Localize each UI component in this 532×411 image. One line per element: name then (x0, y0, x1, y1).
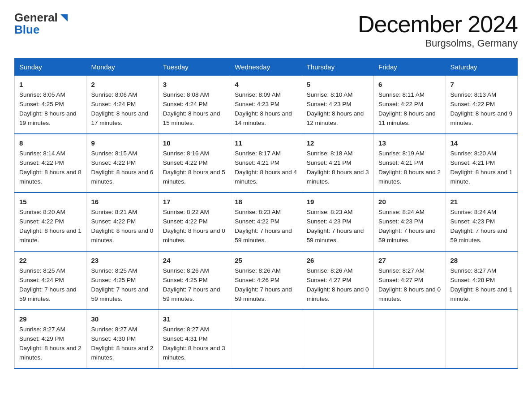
sunset-label: Sunset: 4:21 PM (450, 159, 495, 166)
daylight-label: Daylight: 8 hours and 3 minutes. (307, 169, 369, 185)
calendar-cell: 23Sunrise: 8:25 AMSunset: 4:25 PMDayligh… (86, 251, 158, 310)
sunrise-label: Sunrise: 8:13 AM (450, 91, 497, 98)
logo-triangle-icon (58, 12, 70, 24)
calendar-cell: 24Sunrise: 8:26 AMSunset: 4:25 PMDayligh… (158, 251, 230, 310)
sunrise-label: Sunrise: 8:24 AM (450, 209, 497, 215)
daylight-label: Daylight: 8 hours and 2 minutes. (91, 345, 153, 361)
calendar-cell (446, 310, 517, 368)
day-number: 21 (450, 197, 513, 207)
sunrise-label: Sunrise: 8:17 AM (235, 150, 281, 157)
logo: General Blue (14, 11, 70, 37)
day-number: 9 (91, 138, 153, 148)
calendar-cell: 20Sunrise: 8:24 AMSunset: 4:23 PMDayligh… (374, 193, 446, 251)
daylight-label: Daylight: 8 hours and 1 minute. (450, 286, 513, 302)
calendar-week-row: 8Sunrise: 8:14 AMSunset: 4:22 PMDaylight… (15, 134, 518, 193)
calendar-cell: 9Sunrise: 8:15 AMSunset: 4:22 PMDaylight… (86, 134, 158, 193)
sunset-label: Sunset: 4:22 PM (19, 218, 64, 225)
sunset-label: Sunset: 4:25 PM (163, 277, 208, 283)
calendar-cell: 21Sunrise: 8:24 AMSunset: 4:23 PMDayligh… (446, 193, 517, 251)
sunrise-label: Sunrise: 8:27 AM (163, 326, 209, 333)
col-wednesday: Wednesday (230, 59, 302, 76)
calendar-cell: 13Sunrise: 8:19 AMSunset: 4:21 PMDayligh… (374, 134, 446, 193)
sunrise-label: Sunrise: 8:20 AM (19, 209, 65, 215)
day-number: 12 (307, 138, 369, 148)
calendar-cell: 19Sunrise: 8:23 AMSunset: 4:23 PMDayligh… (302, 193, 373, 251)
calendar-cell: 11Sunrise: 8:17 AMSunset: 4:21 PMDayligh… (230, 134, 302, 193)
day-number: 18 (235, 197, 297, 207)
daylight-label: Daylight: 7 hours and 59 minutes. (378, 227, 436, 244)
daylight-label: Daylight: 8 hours and 6 minutes. (91, 169, 153, 185)
calendar-cell: 1Sunrise: 8:05 AMSunset: 4:25 PMDaylight… (15, 76, 86, 134)
sunset-label: Sunset: 4:23 PM (450, 218, 495, 225)
sunrise-label: Sunrise: 8:25 AM (91, 267, 137, 274)
col-saturday: Saturday (446, 59, 517, 76)
day-number: 5 (307, 79, 369, 90)
daylight-label: Daylight: 7 hours and 59 minutes. (307, 227, 364, 244)
daylight-label: Daylight: 8 hours and 9 minutes. (450, 110, 513, 126)
daylight-label: Daylight: 8 hours and 1 minute. (19, 227, 82, 244)
daylight-label: Daylight: 8 hours and 11 minutes. (378, 110, 436, 126)
calendar-cell: 27Sunrise: 8:27 AMSunset: 4:27 PMDayligh… (374, 251, 446, 310)
day-number: 1 (19, 79, 82, 90)
calendar-cell: 5Sunrise: 8:10 AMSunset: 4:23 PMDaylight… (302, 76, 373, 134)
sunset-label: Sunset: 4:27 PM (378, 277, 423, 283)
sunrise-label: Sunrise: 8:21 AM (91, 209, 137, 215)
sunrise-label: Sunrise: 8:22 AM (163, 209, 209, 215)
sunrise-label: Sunrise: 8:19 AM (378, 150, 425, 157)
sunset-label: Sunset: 4:31 PM (163, 335, 208, 342)
day-number: 11 (235, 138, 297, 148)
calendar-cell: 10Sunrise: 8:16 AMSunset: 4:22 PMDayligh… (158, 134, 230, 193)
day-number: 4 (235, 79, 297, 90)
sunrise-label: Sunrise: 8:27 AM (450, 267, 497, 274)
sunrise-label: Sunrise: 8:05 AM (19, 91, 65, 98)
calendar-week-row: 15Sunrise: 8:20 AMSunset: 4:22 PMDayligh… (15, 193, 518, 251)
daylight-label: Daylight: 8 hours and 0 minutes. (307, 286, 369, 302)
day-number: 26 (307, 255, 369, 265)
daylight-label: Daylight: 8 hours and 5 minutes. (163, 169, 225, 185)
calendar-cell: 18Sunrise: 8:23 AMSunset: 4:22 PMDayligh… (230, 193, 302, 251)
sunrise-label: Sunrise: 8:23 AM (307, 209, 353, 215)
logo-blue: Blue (14, 23, 39, 37)
sunset-label: Sunset: 4:21 PM (235, 159, 279, 166)
sunset-label: Sunset: 4:22 PM (163, 159, 208, 166)
sunset-label: Sunset: 4:26 PM (235, 277, 279, 283)
day-number: 28 (450, 255, 513, 265)
daylight-label: Daylight: 7 hours and 59 minutes. (235, 286, 292, 302)
calendar-cell: 14Sunrise: 8:20 AMSunset: 4:21 PMDayligh… (446, 134, 517, 193)
calendar-cell: 8Sunrise: 8:14 AMSunset: 4:22 PMDaylight… (15, 134, 86, 193)
sunset-label: Sunset: 4:25 PM (91, 277, 136, 283)
sunset-label: Sunset: 4:24 PM (19, 277, 64, 283)
col-sunday: Sunday (15, 59, 86, 76)
sunset-label: Sunset: 4:29 PM (19, 335, 64, 342)
daylight-label: Daylight: 7 hours and 59 minutes. (450, 227, 508, 244)
daylight-label: Daylight: 8 hours and 2 minutes. (378, 169, 441, 185)
calendar-cell: 29Sunrise: 8:27 AMSunset: 4:29 PMDayligh… (15, 310, 86, 368)
sunrise-label: Sunrise: 8:27 AM (378, 267, 425, 274)
page-title: December 2024 (358, 11, 518, 38)
sunset-label: Sunset: 4:22 PM (450, 101, 495, 107)
sunrise-label: Sunrise: 8:20 AM (450, 150, 497, 157)
daylight-label: Daylight: 8 hours and 14 minutes. (235, 110, 292, 126)
sunset-label: Sunset: 4:21 PM (378, 159, 423, 166)
sunrise-label: Sunrise: 8:10 AM (307, 91, 353, 98)
sunset-label: Sunset: 4:22 PM (91, 218, 136, 225)
day-number: 20 (378, 197, 441, 207)
calendar-table: Sunday Monday Tuesday Wednesday Thursday… (14, 58, 518, 369)
calendar-cell: 15Sunrise: 8:20 AMSunset: 4:22 PMDayligh… (15, 193, 86, 251)
sunrise-label: Sunrise: 8:06 AM (91, 91, 137, 98)
sunrise-label: Sunrise: 8:08 AM (163, 91, 209, 98)
sunrise-label: Sunrise: 8:11 AM (378, 91, 425, 98)
day-number: 3 (163, 79, 225, 90)
sunrise-label: Sunrise: 8:14 AM (19, 150, 65, 157)
calendar-cell: 22Sunrise: 8:25 AMSunset: 4:24 PMDayligh… (15, 251, 86, 310)
sunrise-label: Sunrise: 8:23 AM (235, 209, 281, 215)
day-number: 13 (378, 138, 441, 148)
day-number: 29 (19, 314, 82, 324)
daylight-label: Daylight: 8 hours and 0 minutes. (91, 227, 153, 244)
day-number: 23 (91, 255, 153, 265)
daylight-label: Daylight: 8 hours and 17 minutes. (91, 110, 148, 126)
calendar-cell: 30Sunrise: 8:27 AMSunset: 4:30 PMDayligh… (86, 310, 158, 368)
sunrise-label: Sunrise: 8:26 AM (235, 267, 281, 274)
day-number: 7 (450, 79, 513, 90)
daylight-label: Daylight: 8 hours and 19 minutes. (19, 110, 77, 126)
